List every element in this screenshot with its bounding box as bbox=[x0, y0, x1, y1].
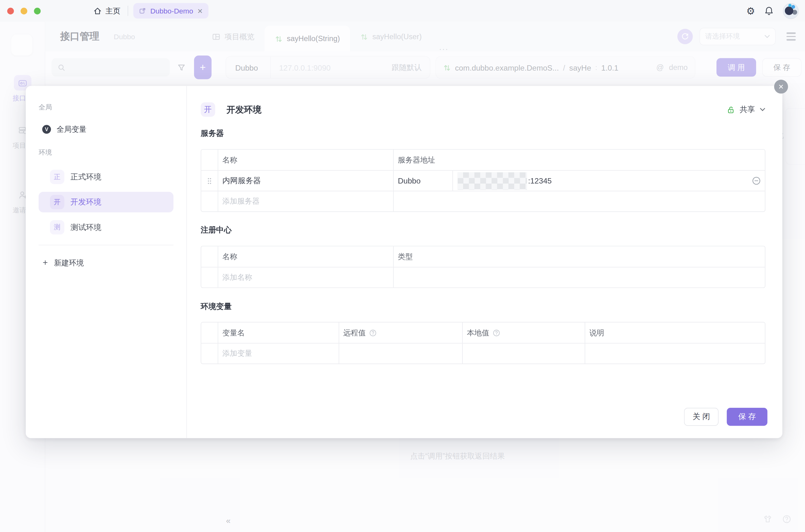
environment-settings-modal: ✕ 全局 V 全局变量 环境 正 正式环境 开 开发环境 测 测试环境 bbox=[26, 86, 782, 438]
server-address-cell: Dubbo :12345 bbox=[394, 171, 765, 191]
column-header: 说明 bbox=[589, 328, 604, 338]
variable-badge-icon: V bbox=[42, 125, 51, 134]
home-icon bbox=[93, 6, 102, 15]
chevron-down-icon bbox=[760, 108, 765, 112]
column-header: 服务器地址 bbox=[398, 155, 435, 165]
plus-icon: + bbox=[43, 258, 48, 268]
env-badge: 正 bbox=[50, 170, 65, 184]
nav-divider bbox=[39, 245, 173, 245]
remove-server-button[interactable] bbox=[752, 176, 765, 185]
env-badge: 开 bbox=[201, 102, 215, 117]
add-registry-row[interactable]: 添加名称 bbox=[201, 267, 765, 288]
table-header-row: 名称 类型 bbox=[201, 246, 765, 267]
new-environment-button[interactable]: + 新建环境 bbox=[39, 253, 173, 272]
variables-section-title: 环境变量 bbox=[201, 302, 232, 311]
user-avatar[interactable] bbox=[783, 3, 799, 19]
share-control[interactable]: 共享 bbox=[726, 105, 765, 114]
column-header: 类型 bbox=[398, 251, 413, 261]
project-tab-dubbo-demo[interactable]: Dubbo-Demo ✕ bbox=[133, 3, 209, 19]
settings-gear-icon[interactable]: ⚙ bbox=[746, 6, 755, 16]
global-section-label: 全局 bbox=[39, 103, 173, 112]
add-registry-placeholder: 添加名称 bbox=[222, 272, 252, 282]
table-header-row: 变量名 远程值 本地值 说明 bbox=[201, 322, 765, 343]
new-environment-label: 新建环境 bbox=[54, 258, 84, 268]
drag-dots-icon bbox=[207, 177, 212, 185]
env-badge: 测 bbox=[50, 220, 65, 235]
env-section-label: 环境 bbox=[39, 148, 173, 157]
help-icon[interactable] bbox=[492, 329, 500, 337]
nav-item-global-variables[interactable]: V 全局变量 bbox=[39, 119, 173, 139]
project-tab-label: Dubbo-Demo bbox=[150, 6, 194, 15]
servers-section-title: 服务器 bbox=[201, 129, 224, 138]
modal-close-footer-button[interactable]: 关 闭 bbox=[684, 408, 719, 426]
server-row: 内网服务器 Dubbo :12345 bbox=[201, 170, 765, 191]
table-header-row: 名称 服务器地址 bbox=[201, 150, 765, 170]
server-name-cell[interactable]: 内网服务器 bbox=[218, 171, 393, 191]
server-protocol-cell[interactable]: Dubbo bbox=[394, 171, 453, 191]
nav-item-env-testing[interactable]: 测 测试环境 bbox=[39, 217, 173, 238]
column-header: 远程值 bbox=[343, 328, 365, 338]
minimize-window-button[interactable] bbox=[21, 7, 27, 14]
traffic-lights bbox=[7, 7, 41, 14]
unlock-icon bbox=[726, 105, 735, 114]
address-port: :12345 bbox=[528, 176, 552, 185]
window-titlebar: 主页 Dubbo-Demo ✕ ⚙ bbox=[0, 0, 805, 22]
environment-detail-panel: 开 开发环境 共享 服务器 名称 服务器地址 bbox=[187, 86, 782, 438]
nav-item-label: 正式环境 bbox=[71, 172, 102, 182]
nav-item-env-development[interactable]: 开 开发环境 bbox=[39, 192, 173, 212]
add-server-placeholder: 添加服务器 bbox=[222, 196, 260, 206]
maximize-window-button[interactable] bbox=[34, 7, 40, 14]
nav-item-label: 全局变量 bbox=[56, 124, 86, 134]
home-label: 主页 bbox=[106, 6, 121, 16]
registry-table: 名称 类型 添加名称 bbox=[201, 246, 765, 288]
minus-circle-icon bbox=[752, 176, 761, 185]
registry-section-title: 注册中心 bbox=[201, 225, 232, 235]
servers-table: 名称 服务器地址 内网服务器 Dubbo :12345 bbox=[201, 149, 765, 212]
column-header: 本地值 bbox=[467, 328, 489, 338]
nav-item-label: 测试环境 bbox=[71, 222, 102, 232]
close-window-button[interactable] bbox=[7, 7, 14, 14]
help-icon[interactable] bbox=[369, 329, 377, 337]
home-tab[interactable]: 主页 bbox=[93, 6, 121, 16]
drag-handle[interactable] bbox=[201, 171, 218, 191]
share-label: 共享 bbox=[740, 105, 755, 114]
notifications-bell-icon[interactable] bbox=[764, 6, 774, 16]
titlebar-divider bbox=[128, 6, 128, 16]
add-variable-row[interactable]: 添加变量 bbox=[201, 343, 765, 364]
add-variable-placeholder: 添加变量 bbox=[222, 349, 252, 359]
add-server-row[interactable]: 添加服务器 bbox=[201, 191, 765, 211]
column-header: 名称 bbox=[222, 251, 237, 261]
modal-save-button[interactable]: 保 存 bbox=[727, 408, 768, 426]
redacted-address bbox=[457, 172, 527, 189]
variables-table: 变量名 远程值 本地值 说明 添加变量 bbox=[201, 322, 765, 364]
environment-nav: 全局 V 全局变量 环境 正 正式环境 开 开发环境 测 测试环境 + 新 bbox=[26, 86, 187, 438]
app-window: 主页 Dubbo-Demo ✕ ⚙ 接口管 bbox=[0, 0, 805, 532]
env-badge: 开 bbox=[50, 195, 65, 209]
column-header: 名称 bbox=[222, 155, 237, 165]
close-project-tab-icon[interactable]: ✕ bbox=[197, 7, 203, 15]
project-icon bbox=[139, 7, 146, 15]
column-header: 变量名 bbox=[222, 328, 244, 338]
nav-item-label: 开发环境 bbox=[71, 197, 102, 207]
nav-item-env-production[interactable]: 正 正式环境 bbox=[39, 167, 173, 187]
environment-title: 开发环境 bbox=[226, 103, 261, 115]
